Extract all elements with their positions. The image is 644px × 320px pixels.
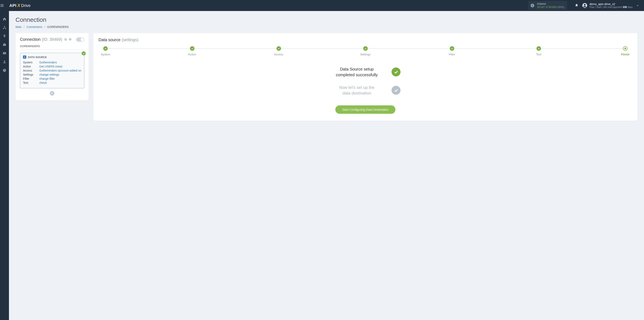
done-line1: Data Source setup xyxy=(330,66,384,72)
actions-total: 50'000 xyxy=(548,6,556,9)
start-destination-button[interactable]: Start Configuring Data Destination xyxy=(335,105,396,114)
step-badge-1: 1 xyxy=(23,56,26,59)
copy-icon[interactable] xyxy=(64,38,67,41)
user-icon[interactable] xyxy=(3,60,6,64)
connection-label: Connection xyxy=(20,37,40,42)
svg-rect-10 xyxy=(5,28,6,29)
page-title: Connection xyxy=(16,16,638,23)
kv-action-k: Action xyxy=(23,65,36,68)
chevron-down-icon[interactable] xyxy=(632,4,642,7)
help-icon[interactable]: ? xyxy=(3,69,6,72)
topbar: API X Drive Actions: 25'187 of 50'000 (5… xyxy=(0,0,644,11)
link-settings[interactable]: change settings xyxy=(39,73,59,76)
gear-icon[interactable] xyxy=(68,38,72,41)
kv-system-k: System xyxy=(23,61,36,64)
svg-point-14 xyxy=(4,61,5,62)
done-row: Data Source setup completed successfully xyxy=(330,66,400,78)
user-menu[interactable]: demo_apix-drive_s2 Plan | Start | left u… xyxy=(582,3,632,9)
step-settings[interactable]: Settings xyxy=(359,46,372,56)
check-icon xyxy=(82,51,86,56)
stepper: System Action Access Settings Filter Tes… xyxy=(98,46,632,56)
breadcrumb-current: GOREMINDERS xyxy=(47,25,69,29)
connection-card: Connection (ID: 39469) GOREMINDERS xyxy=(16,33,89,101)
main-content: Connection Main / Connections / GOREMIND… xyxy=(9,11,644,320)
dollar-icon[interactable] xyxy=(3,34,6,38)
svg-rect-8 xyxy=(4,26,5,27)
wizard-card: Data source (settings) System Action Acc… xyxy=(93,33,638,121)
brand-part1: API xyxy=(9,3,16,8)
actions-pct: (50%) xyxy=(557,6,564,9)
svg-rect-4 xyxy=(532,5,533,6)
kv-settings-k: Settings xyxy=(23,73,36,76)
kv-filter-k: Filter xyxy=(23,77,36,80)
brand-x: X xyxy=(17,3,20,8)
kv-test-k: Test xyxy=(23,81,36,84)
step-access[interactable]: Access xyxy=(273,46,285,56)
actions-counter[interactable]: Actions: 25'187 of 50'000 (50%) xyxy=(528,1,567,10)
breadcrumb-connections[interactable]: Connections xyxy=(26,25,42,29)
done-line2: completed successfully xyxy=(330,72,384,78)
finish-area: Data Source setup completed successfully… xyxy=(98,66,632,114)
svg-rect-18 xyxy=(65,39,66,40)
data-source-title: DATA SOURCE xyxy=(28,56,47,59)
link-access[interactable]: GoReminders (account added on 2020-... xyxy=(39,69,81,72)
connection-name: GOREMINDERS xyxy=(20,45,84,50)
step-filter[interactable]: Filter xyxy=(446,46,458,56)
actions-label: Actions: xyxy=(537,2,564,6)
youtube-icon[interactable] xyxy=(3,51,6,55)
step-action[interactable]: Action xyxy=(186,46,198,56)
enable-toggle[interactable] xyxy=(76,38,84,42)
notifications-icon[interactable] xyxy=(575,4,578,7)
svg-rect-9 xyxy=(3,28,4,29)
kv-access-k: Access xyxy=(23,69,36,72)
svg-rect-5 xyxy=(532,5,533,5)
actions-used: 25'187 xyxy=(537,6,545,9)
svg-rect-11 xyxy=(3,44,6,46)
link-test[interactable]: check xyxy=(39,81,47,84)
sidebar: ? xyxy=(0,11,9,320)
pending-circle-icon xyxy=(392,86,400,95)
step-system[interactable]: System xyxy=(99,46,112,56)
svg-text:?: ? xyxy=(4,69,5,72)
add-step-button[interactable]: + xyxy=(50,91,54,96)
brand-logo[interactable]: API X Drive xyxy=(9,3,30,8)
check-circle-icon xyxy=(392,68,400,76)
data-source-box[interactable]: 1 DATA SOURCE SystemGoReminders ActionGe… xyxy=(20,53,84,88)
link-system[interactable]: GoReminders xyxy=(39,61,57,64)
link-action[interactable]: Get USERS (new) xyxy=(39,65,62,68)
home-icon[interactable] xyxy=(3,17,6,21)
user-plan: Plan | Start | left until payment 339 da… xyxy=(590,6,632,9)
info-icon xyxy=(530,3,535,8)
connection-id: (ID: 39469) xyxy=(42,37,62,42)
wizard-title: Data source (settings) xyxy=(98,38,632,42)
brand-part3: Drive xyxy=(21,3,31,8)
avatar-icon xyxy=(582,3,588,8)
breadcrumb-main[interactable]: Main xyxy=(16,25,22,29)
svg-rect-17 xyxy=(65,39,67,41)
next-line2: data destination xyxy=(330,90,384,96)
sitemap-icon[interactable] xyxy=(3,26,6,29)
link-filter[interactable]: change filter xyxy=(39,77,55,80)
svg-point-7 xyxy=(584,4,586,6)
actions-of: of xyxy=(546,6,548,9)
next-line1: Now let's set up the xyxy=(330,85,384,90)
menu-toggle[interactable] xyxy=(0,4,9,8)
username: demo_apix-drive_s2 xyxy=(590,3,632,6)
step-test[interactable]: Test xyxy=(533,46,545,56)
breadcrumb: Main / Connections / GOREMINDERS xyxy=(16,25,638,29)
briefcase-icon[interactable] xyxy=(3,43,6,47)
step-finish[interactable]: Finish xyxy=(619,46,632,56)
next-row: Now let's set up the data destination xyxy=(330,85,400,96)
